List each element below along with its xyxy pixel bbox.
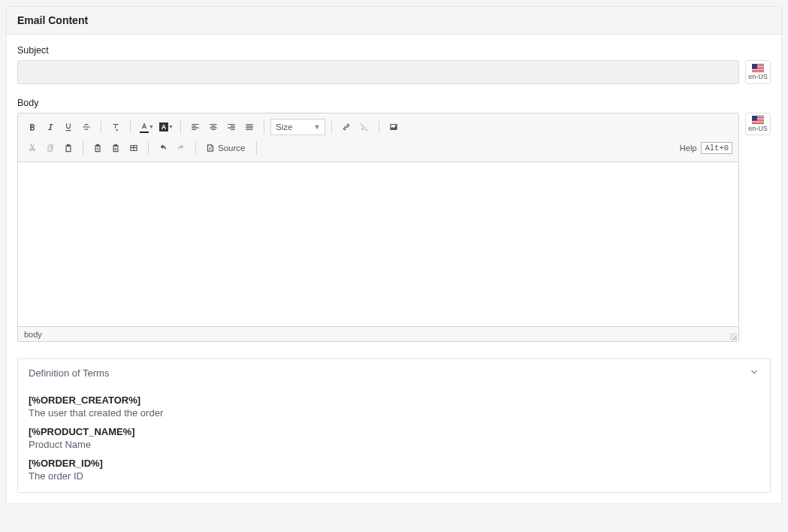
us-flag-icon — [752, 64, 764, 72]
source-button[interactable]: Source — [202, 140, 250, 156]
background-color-button[interactable]: A ▼ — [156, 119, 174, 135]
panel-title: Email Content — [7, 7, 781, 35]
locale-code: en-US — [748, 125, 768, 132]
toolbar-separator — [130, 120, 131, 134]
redo-button — [173, 140, 189, 156]
strikethrough-button[interactable] — [78, 119, 95, 135]
chevron-down-icon: ▼ — [168, 124, 174, 129]
source-label: Source — [216, 144, 247, 153]
help-shortcut: Alt+0 — [701, 142, 732, 154]
term-token: [%ORDER_ID%] — [29, 458, 759, 469]
chevron-down-icon: ▼ — [313, 123, 320, 131]
image-button[interactable] — [385, 119, 402, 135]
toolbar-separator — [180, 120, 181, 134]
toolbar-separator — [379, 120, 379, 134]
term-item: [%ORDER_ID%] The order ID — [29, 458, 759, 482]
chevron-down-icon — [749, 367, 759, 379]
term-item: [%PRODUCT_NAME%] Product Name — [29, 426, 759, 450]
us-flag-icon — [752, 116, 764, 124]
text-color-button[interactable]: ▼ — [137, 119, 155, 135]
locale-chip-body[interactable]: en-US — [745, 113, 771, 135]
term-desc: Product Name — [29, 439, 759, 450]
unlink-button — [356, 119, 373, 135]
insert-table-button[interactable] — [125, 140, 142, 156]
term-token: [%PRODUCT_NAME%] — [29, 426, 759, 437]
subject-row: en-US — [17, 60, 771, 84]
cut-button — [24, 140, 41, 156]
subject-label: Subject — [17, 45, 771, 56]
term-desc: The order ID — [29, 470, 759, 482]
editor-footer: body — [18, 326, 738, 341]
terms-title: Definition of Terms — [29, 367, 109, 379]
toolbar-separator — [331, 120, 332, 134]
term-desc: The user that created the order — [29, 407, 759, 419]
definition-of-terms-panel: Definition of Terms [%ORDER_CREATOR%] Th… — [17, 358, 771, 493]
font-size-label: Size — [276, 122, 292, 131]
editor-content-area[interactable] — [18, 162, 738, 326]
link-button[interactable] — [338, 119, 355, 135]
toolbar-separator — [83, 141, 83, 155]
toolbar-separator — [148, 141, 149, 155]
clear-format-button[interactable] — [107, 119, 124, 135]
paste-word-button[interactable] — [107, 140, 124, 156]
paste-text-button[interactable] — [89, 140, 106, 156]
term-token: [%ORDER_CREATOR%] — [29, 394, 759, 406]
subject-input[interactable] — [17, 60, 739, 84]
text-color-swatch — [140, 131, 149, 133]
terms-body: [%ORDER_CREATOR%] The user that created … — [18, 394, 770, 492]
toolbar-separator — [264, 120, 264, 134]
help-label[interactable]: Help — [680, 144, 697, 153]
bold-button[interactable] — [24, 119, 41, 135]
editor-toolbar: ▼ A ▼ Size ▼ — [18, 113, 738, 162]
body-label: Body — [17, 98, 771, 108]
toolbar-separator — [195, 141, 196, 155]
align-right-button[interactable] — [223, 119, 240, 135]
locale-code: en-US — [748, 73, 768, 80]
font-size-select[interactable]: Size ▼ — [270, 119, 325, 135]
help-zone: Help Alt+0 — [680, 142, 732, 154]
toolbar-separator — [256, 141, 257, 155]
terms-header[interactable]: Definition of Terms — [18, 359, 770, 387]
align-center-button[interactable] — [205, 119, 222, 135]
copy-button — [42, 140, 59, 156]
panel-body: Subject en-US Body — [7, 35, 781, 503]
body-row: ▼ A ▼ Size ▼ — [17, 113, 771, 342]
underline-button[interactable] — [60, 119, 77, 135]
term-item: [%ORDER_CREATOR%] The user that created … — [29, 394, 759, 419]
resize-grip-icon[interactable] — [729, 333, 737, 340]
editor-path[interactable]: body — [24, 330, 42, 339]
italic-button[interactable] — [42, 119, 59, 135]
align-left-button[interactable] — [187, 119, 204, 135]
email-content-panel: Email Content Subject en-US Body — [6, 6, 782, 504]
undo-button[interactable] — [155, 140, 171, 156]
align-justify-button[interactable] — [241, 119, 258, 135]
rich-text-editor: ▼ A ▼ Size ▼ — [17, 113, 739, 342]
toolbar-separator — [101, 120, 101, 134]
locale-chip-subject[interactable]: en-US — [745, 60, 771, 84]
chevron-down-icon: ▼ — [149, 124, 154, 129]
paste-button[interactable] — [60, 140, 77, 156]
